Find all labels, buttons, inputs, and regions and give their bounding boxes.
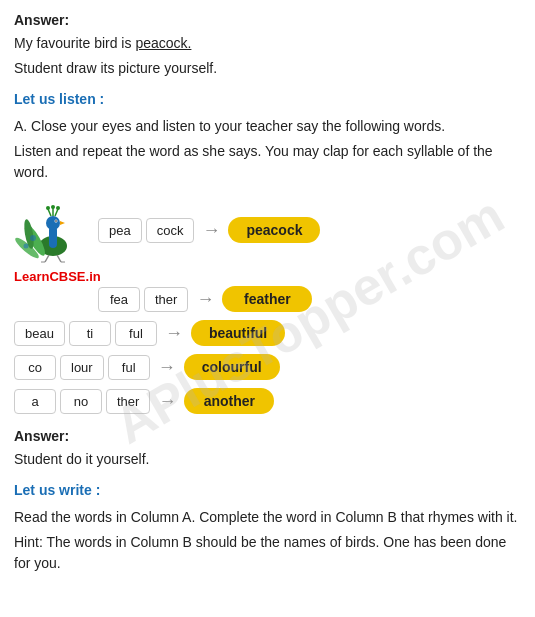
answer-label: Answer:	[14, 10, 521, 31]
svg-line-6	[48, 209, 51, 216]
svg-point-2	[46, 216, 60, 230]
answer-bird: peacock.	[135, 35, 191, 51]
syllable-cock: cock	[146, 218, 195, 243]
syllable-ther2: ther	[106, 389, 150, 414]
syllable-row-another: a no ther → another	[14, 388, 521, 414]
answer-label2: Answer:	[14, 426, 521, 447]
result-colourful: colourful	[184, 354, 280, 380]
result-beautiful: beautiful	[191, 320, 285, 346]
peacock-svg	[15, 196, 93, 264]
answer-line2: Student draw its picture yourself.	[14, 58, 521, 79]
result-feather: feather	[222, 286, 312, 312]
svg-marker-3	[60, 221, 65, 225]
learn-cbse-label: LearnCBSE.in	[14, 269, 521, 284]
syllable-row-feather: fea ther → feather	[14, 286, 521, 312]
let-us-write-heading: Let us write :	[14, 480, 521, 501]
syllable-ther: ther	[144, 287, 188, 312]
svg-point-19	[30, 235, 36, 241]
syllable-fea: fea	[98, 287, 140, 312]
answer-line1: My favourite bird is peacock.	[14, 33, 521, 54]
arrow4: →	[158, 357, 176, 378]
svg-point-11	[56, 206, 60, 210]
syllable-pea: pea	[98, 218, 142, 243]
arrow3: →	[165, 323, 183, 344]
result-another: another	[184, 388, 274, 414]
instruction2: Listen and repeat the word as she says. …	[14, 141, 521, 183]
answer-section: Answer: My favourite bird is peacock. St…	[14, 10, 521, 79]
syllable-ful1: ful	[115, 321, 157, 346]
syllable-beau: beau	[14, 321, 65, 346]
answer-section2: Answer: Student do it yourself.	[14, 426, 521, 470]
peacock-image	[14, 195, 94, 265]
svg-point-9	[51, 205, 55, 209]
syllable-ful2: ful	[108, 355, 150, 380]
syllable-section: pea cock → peacock LearnCBSE.in fea ther…	[14, 195, 521, 414]
syllable-row-colourful: co lour ful → colourful	[14, 354, 521, 380]
svg-point-7	[46, 206, 50, 210]
let-us-write-line2: Hint: The words in Column B should be th…	[14, 532, 521, 574]
svg-line-16	[57, 255, 61, 262]
svg-point-20	[24, 244, 29, 249]
syllable-no: no	[60, 389, 102, 414]
svg-point-5	[55, 220, 57, 222]
result-peacock: peacock	[228, 217, 320, 243]
syllable-ti: ti	[69, 321, 111, 346]
arrow1: →	[202, 220, 220, 241]
arrow2: →	[196, 289, 214, 310]
answer-line-do: Student do it yourself.	[14, 449, 521, 470]
answer-line1-prefix: My favourite bird is	[14, 35, 135, 51]
svg-line-15	[45, 255, 49, 262]
svg-line-10	[55, 209, 58, 216]
let-us-write-line1: Read the words in Column A. Complete the…	[14, 507, 521, 528]
let-us-write-section: Let us write : Read the words in Column …	[14, 480, 521, 574]
instruction1: A. Close your eyes and listen to your te…	[14, 116, 521, 137]
let-us-listen-heading: Let us listen :	[14, 89, 521, 110]
arrow5: →	[158, 391, 176, 412]
syllable-lour: lour	[60, 355, 104, 380]
syllable-row-beautiful: beau ti ful → beautiful	[14, 320, 521, 346]
syllable-a: a	[14, 389, 56, 414]
syllable-co: co	[14, 355, 56, 380]
